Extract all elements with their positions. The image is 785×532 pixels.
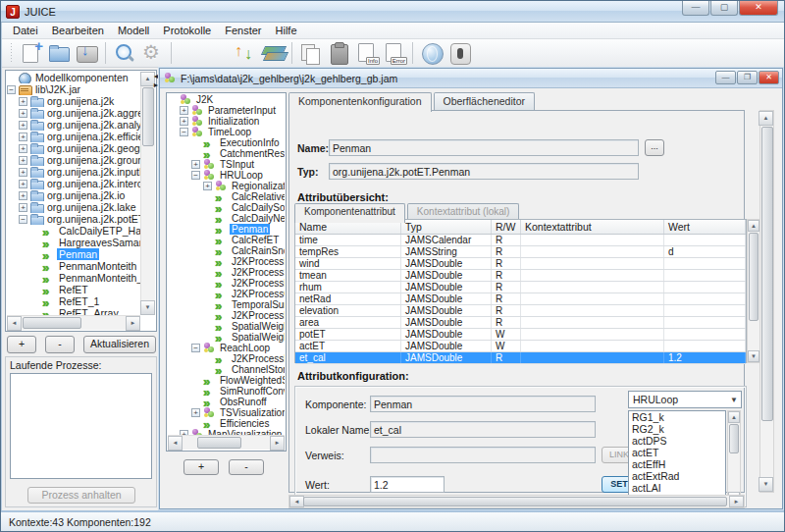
scroll-down-icon[interactable]: ▼ bbox=[748, 350, 759, 362]
settings-icon[interactable] bbox=[139, 41, 165, 65]
scroll-thumb[interactable] bbox=[142, 87, 154, 146]
value-field[interactable]: 1.2 bbox=[370, 476, 445, 493]
run-model-icon[interactable] bbox=[178, 41, 203, 65]
expand-icon[interactable]: + bbox=[19, 156, 27, 165]
new-model-icon[interactable] bbox=[19, 41, 44, 65]
expand-icon[interactable]: + bbox=[19, 109, 27, 118]
context-attribute-actdps[interactable]: actDPS bbox=[629, 435, 725, 447]
maximize-icon[interactable]: ▢ bbox=[710, 1, 738, 16]
tree-node-refet[interactable]: RefET bbox=[7, 284, 140, 295]
web-icon[interactable] bbox=[419, 41, 445, 65]
tree-node-channelstoragea[interactable]: ChannelStorageA bbox=[168, 364, 285, 375]
tree-node-spatialweighteds[interactable]: SpatialWeightedS bbox=[168, 321, 285, 332]
collapse-icon[interactable]: − bbox=[191, 171, 200, 180]
tree-node-j2kprocesslumpe[interactable]: J2KProcessLumpe bbox=[168, 278, 285, 289]
tree-node-calcdailyetp-haude[interactable]: CalcDailyETP_Haude bbox=[7, 225, 140, 237]
attribute-row-actET[interactable]: actETJAMSDoubleW bbox=[295, 341, 746, 352]
scroll-down-icon[interactable]: ▼ bbox=[759, 477, 773, 492]
tree-node-j2kprocessgroun[interactable]: J2KProcessGroun bbox=[168, 289, 285, 299]
collapse-icon[interactable]: − bbox=[7, 85, 16, 94]
table-vertical-scrollbar[interactable]: ▲ ▼ bbox=[747, 219, 760, 363]
attribute-row-elevation[interactable]: elevationJAMSDoubleR bbox=[295, 305, 746, 317]
scroll-left-icon[interactable]: ◄ bbox=[168, 436, 183, 451]
tree-node-penman[interactable]: Penman bbox=[168, 224, 285, 235]
attribute-row-time[interactable]: timeJAMSCalendarR bbox=[295, 235, 746, 246]
stop-process-button[interactable]: Prozess anhalten bbox=[27, 487, 135, 504]
tree-node-catchmentresetter[interactable]: CatchmentResetter bbox=[168, 148, 285, 159]
tree-node-org-unijena-j2k-inputda[interactable]: +org.unijena.j2k.inputDa bbox=[7, 166, 140, 178]
scroll-thumb[interactable] bbox=[23, 317, 81, 329]
expand-icon[interactable]: + bbox=[19, 121, 27, 130]
collapse-icon[interactable]: − bbox=[180, 128, 188, 136]
tree-node-modellkomponenten[interactable]: Modellkomponenten bbox=[7, 72, 140, 83]
add-component-button[interactable]: + bbox=[7, 336, 36, 353]
pane-vertical-scrollbar[interactable]: ▲ ▼ bbox=[759, 110, 774, 493]
attribute-row-tempRes[interactable]: tempResJAMSStringRd bbox=[295, 246, 746, 258]
column-header-kontextattribut[interactable]: Kontextattribut bbox=[521, 220, 664, 234]
tree-node-j2kprocessreach[interactable]: J2KProcessReach bbox=[168, 353, 285, 364]
tree-node-refet-array[interactable]: RefET_Array bbox=[7, 307, 140, 315]
scroll-thumb[interactable] bbox=[303, 497, 727, 506]
tree-node-penman[interactable]: Penman bbox=[7, 248, 140, 260]
remove-component-button[interactable]: - bbox=[45, 336, 75, 353]
left-tree-vertical-scrollbar[interactable]: ▲ ▼ bbox=[140, 72, 155, 315]
context-attribute-actlai[interactable]: actLAI bbox=[629, 482, 725, 494]
tree-node-calcdailynetradia[interactable]: CalcDailyNetRadia bbox=[168, 213, 285, 224]
expand-icon[interactable]: + bbox=[19, 191, 27, 200]
tree-node-org-unijena-j2k[interactable]: +org.unijena.j2k bbox=[7, 95, 140, 107]
tree-node-spatialweighteds[interactable]: SpatialWeightedS bbox=[168, 332, 285, 343]
tree-node-parameterinput[interactable]: +ParameterInput bbox=[168, 105, 285, 116]
map-view-icon[interactable] bbox=[260, 41, 286, 65]
attribute-row-tmean[interactable]: tmeanJAMSDoubleR bbox=[295, 270, 746, 282]
tree-node-j2kprocessroutin[interactable]: J2KProcessRoutin bbox=[168, 310, 285, 321]
context-attribute-actet[interactable]: actET bbox=[629, 447, 725, 458]
menu-protokolle[interactable]: Protokolle bbox=[156, 24, 218, 37]
tree-node-org-unijena-j2k-geograp[interactable]: +org.unijena.j2k.geograp bbox=[7, 142, 140, 154]
model-window-titlebar[interactable]: F:\jams\data\j2k_gehlberg\j2k_gehlberg_g… bbox=[160, 69, 782, 88]
column-header-r-w[interactable]: R/W bbox=[492, 220, 521, 234]
tree-node-org-unijena-j2k-lake[interactable]: +org.unijena.j2k.lake bbox=[7, 201, 140, 213]
tree-node-regionalization[interactable]: +Regionalization bbox=[168, 181, 285, 191]
tree-node-org-unijena-j2k-efficienc[interactable]: +org.unijena.j2k.efficienc bbox=[7, 131, 140, 142]
menu-fenster[interactable]: Fenster bbox=[218, 24, 268, 37]
column-header-typ[interactable]: Typ bbox=[401, 220, 492, 234]
tree-node-reachloop[interactable]: −ReachLoop bbox=[168, 343, 285, 353]
expand-icon[interactable]: + bbox=[180, 117, 188, 126]
scroll-left-icon[interactable]: ◄ bbox=[289, 496, 304, 507]
context-attribute-rg1_k[interactable]: RG1_k bbox=[629, 411, 725, 423]
context-attribute-rg2_k[interactable]: RG2_k bbox=[629, 423, 725, 435]
scroll-right-icon[interactable]: ► bbox=[126, 316, 140, 331]
pane-horizontal-scrollbar[interactable]: ◄ ► bbox=[288, 495, 745, 508]
expand-icon[interactable]: + bbox=[191, 408, 200, 417]
tree-node-efficiencies[interactable]: Efficiencies bbox=[168, 418, 285, 429]
tree-node-hruloop[interactable]: −HRULoop bbox=[168, 170, 285, 181]
attribute-row-area[interactable]: areaJAMSDoubleR bbox=[295, 317, 746, 329]
refresh-icon[interactable] bbox=[233, 41, 258, 65]
scroll-thumb[interactable] bbox=[749, 233, 759, 321]
context-attribute-actextrad[interactable]: actExtRad bbox=[629, 470, 725, 482]
tree-node-j2k[interactable]: J2K bbox=[168, 94, 285, 105]
error-log-icon[interactable]: Error bbox=[381, 41, 406, 65]
expand-icon[interactable]: + bbox=[191, 160, 200, 169]
tree-node-calcrelativehumi[interactable]: CalcRelativeHumi bbox=[168, 191, 285, 202]
scroll-thumb[interactable] bbox=[197, 437, 241, 449]
paste-icon[interactable] bbox=[326, 41, 351, 65]
info-log-icon[interactable]: Info bbox=[353, 41, 379, 65]
tree-node-org-unijena-j2k-groundw[interactable]: +org.unijena.j2k.groundw bbox=[7, 154, 140, 166]
attribute-row-rhum[interactable]: rhumJAMSDoubleR bbox=[295, 282, 746, 293]
running-processes-list[interactable] bbox=[10, 373, 152, 479]
tree-node-initialization[interactable]: +Initialization bbox=[168, 116, 285, 127]
tree-node-refet-1[interactable]: RefET_1 bbox=[7, 295, 140, 307]
tab-komponentenkonfiguration[interactable]: Komponentenkonfiguration bbox=[288, 92, 432, 112]
tree-node-tsvisualization[interactable]: +TSVisualization bbox=[168, 407, 285, 418]
open-model-icon[interactable] bbox=[46, 41, 72, 65]
expand-icon[interactable]: + bbox=[203, 182, 212, 190]
tree-node-org-unijena-j2k-aggrega[interactable]: +org.unijena.j2k.aggrega bbox=[7, 107, 140, 119]
tree-node-flowweightedsumag[interactable]: FlowWeightedSumAg bbox=[168, 375, 285, 386]
local-name-field[interactable]: et_cal bbox=[370, 421, 596, 438]
expand-icon[interactable]: + bbox=[19, 168, 27, 177]
menu-datei[interactable]: Datei bbox=[6, 24, 45, 37]
tree-node-timeloop[interactable]: −TimeLoop bbox=[168, 127, 285, 137]
inner-minimize-icon[interactable]: — bbox=[715, 71, 736, 84]
tree-node-executioninfo[interactable]: ExecutionInfo bbox=[168, 137, 285, 148]
